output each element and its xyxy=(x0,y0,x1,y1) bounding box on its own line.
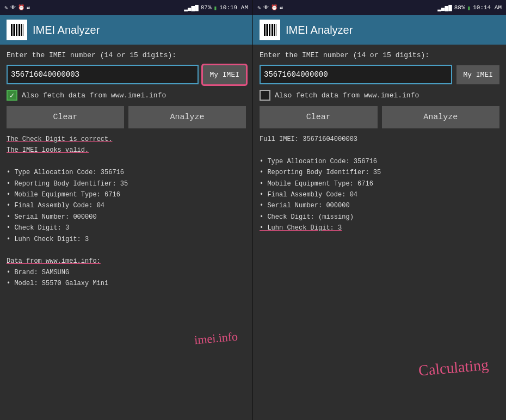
right-pencil-icon: ✎ xyxy=(257,4,261,11)
right-tac: • Type Allocation Code: 356716 xyxy=(260,156,499,167)
right-input-label: Enter the IMEI number (14 or 15 digits): xyxy=(260,51,499,59)
right-checkbox-label: Also fetch data from www.imei.info xyxy=(275,91,419,100)
right-result-area: Full IMEI: 35671604000003 • Type Allocat… xyxy=(260,134,499,413)
right-eye-icon: 👁 xyxy=(263,4,269,11)
right-my-imei-button[interactable]: My IMEI xyxy=(456,65,499,84)
result-line-1: The IMEI looks valid. xyxy=(7,145,246,156)
right-time: 10:14 AM xyxy=(473,4,502,11)
left-time: 10:19 AM xyxy=(219,4,248,11)
right-swap-icon: ⇄ xyxy=(280,4,283,11)
left-panel-body: Enter the IMEI number (14 or 15 digits):… xyxy=(0,45,252,420)
left-button-row: Clear Analyze xyxy=(7,106,246,128)
right-checkbox[interactable] xyxy=(260,90,270,101)
left-my-imei-button[interactable]: My IMEI xyxy=(203,65,246,84)
right-input-row: My IMEI xyxy=(260,65,499,84)
left-checkmark-icon: ✓ xyxy=(10,91,14,100)
left-barcode-icon xyxy=(11,24,23,36)
right-alarm-icon: ⏰ xyxy=(271,4,277,11)
left-checkbox-label: Also fetch data from www.imei.info xyxy=(22,91,166,100)
left-input-label: Enter the IMEI number (14 or 15 digits): xyxy=(7,51,246,59)
right-spacer-1 xyxy=(260,145,499,156)
result-model: • Model: S5570 Galaxy Mini xyxy=(7,278,246,289)
left-app-header: IMEI Analyzer xyxy=(0,15,252,45)
result-line-5: • Final Assembly Code: 04 xyxy=(7,200,246,211)
right-app-header: IMEI Analyzer xyxy=(253,15,506,45)
left-battery-pct: 87% xyxy=(201,4,212,11)
left-eye-icon: 👁 xyxy=(10,4,16,11)
left-clear-button[interactable]: Clear xyxy=(7,106,124,128)
left-checkbox-row: ✓ Also fetch data from www.imei.info xyxy=(7,90,246,101)
result-line-7: • Check Digit: 3 xyxy=(7,223,246,233)
right-checkbox-row: Also fetch data from www.imei.info xyxy=(260,90,499,101)
right-imei-input[interactable] xyxy=(260,65,452,84)
left-input-row: My IMEI xyxy=(7,65,246,84)
right-button-row: Clear Analyze xyxy=(260,106,499,128)
left-phone-panel: ✎ 👁 ⏰ ⇄ ▂▄▆█ 87% ▮ 10:19 AM IMEI xyxy=(0,0,253,420)
right-phone-panel: ✎ 👁 ⏰ ⇄ ▂▄▆█ 88% ▮ 10:14 AM IMEI xyxy=(253,0,506,420)
right-signal-icon: ▂▄▆█ xyxy=(437,4,452,11)
right-clear-button[interactable]: Clear xyxy=(260,106,378,128)
right-luhn: • Luhn Check Digit: 3 xyxy=(260,223,499,233)
right-app-title: IMEI Analyzer xyxy=(286,24,353,36)
left-battery-icon: ▮ xyxy=(214,4,218,11)
right-sn: • Serial Number: 000000 xyxy=(260,200,499,211)
right-barcode-icon xyxy=(264,24,276,36)
result-spacer-1 xyxy=(7,156,246,167)
right-status-bar: ✎ 👁 ⏰ ⇄ ▂▄▆█ 88% ▮ 10:14 AM xyxy=(253,0,506,15)
left-imei-input[interactable] xyxy=(7,65,199,84)
left-status-left: ✎ 👁 ⏰ ⇄ xyxy=(4,4,30,11)
left-status-bar: ✎ 👁 ⏰ ⇄ ▂▄▆█ 87% ▮ 10:19 AM xyxy=(0,0,252,15)
right-rbi: • Reporting Body Identifier: 35 xyxy=(260,167,499,178)
left-app-logo xyxy=(7,20,27,40)
result-line-2: • Type Allocation Code: 356716 xyxy=(7,167,246,178)
right-battery-icon: ▮ xyxy=(467,4,471,11)
result-line-0: The Check Digit is correct. xyxy=(7,134,246,145)
result-line-3: • Reporting Body Identifier: 35 xyxy=(7,178,246,189)
result-line-8: • Luhn Check Digit: 3 xyxy=(7,234,246,245)
left-analyze-button[interactable]: Analyze xyxy=(128,106,246,128)
right-status-left: ✎ 👁 ⏰ ⇄ xyxy=(257,4,283,11)
right-analyze-button[interactable]: Analyze xyxy=(382,106,500,128)
left-checkbox[interactable]: ✓ xyxy=(7,90,17,101)
right-full-imei: Full IMEI: 35671604000003 xyxy=(260,134,499,145)
result-section-header: Data from www.imei.info: xyxy=(7,256,246,267)
result-spacer-2 xyxy=(7,245,246,256)
right-annotation-calculating: Calculating xyxy=(417,352,490,384)
result-brand: • Brand: SAMSUNG xyxy=(7,267,246,278)
left-status-right: ▂▄▆█ 87% ▮ 10:19 AM xyxy=(184,4,248,11)
right-panel-body: Enter the IMEI number (14 or 15 digits):… xyxy=(253,45,506,420)
result-line-4: • Mobile Equipment Type: 6716 xyxy=(7,189,246,200)
right-fac: • Final Assembly Code: 04 xyxy=(260,189,499,200)
right-app-logo xyxy=(260,20,280,40)
left-signal-icon: ▂▄▆█ xyxy=(184,4,198,11)
left-alarm-icon: ⏰ xyxy=(18,4,24,11)
right-cd: • Check Digit: (missing) xyxy=(260,212,499,223)
result-line-6: • Serial Number: 000000 xyxy=(7,212,246,223)
left-app-title: IMEI Analyzer xyxy=(33,24,100,36)
right-met: • Mobile Equipment Type: 6716 xyxy=(260,178,499,189)
left-result-area: The Check Digit is correct. The IMEI loo… xyxy=(7,134,246,413)
left-swap-icon: ⇄ xyxy=(27,4,30,11)
right-battery-pct: 88% xyxy=(454,4,465,11)
right-status-right: ▂▄▆█ 88% ▮ 10:14 AM xyxy=(437,4,502,11)
left-pencil-icon: ✎ xyxy=(4,4,8,11)
left-annotation-imei-info: imei.info xyxy=(193,326,238,350)
